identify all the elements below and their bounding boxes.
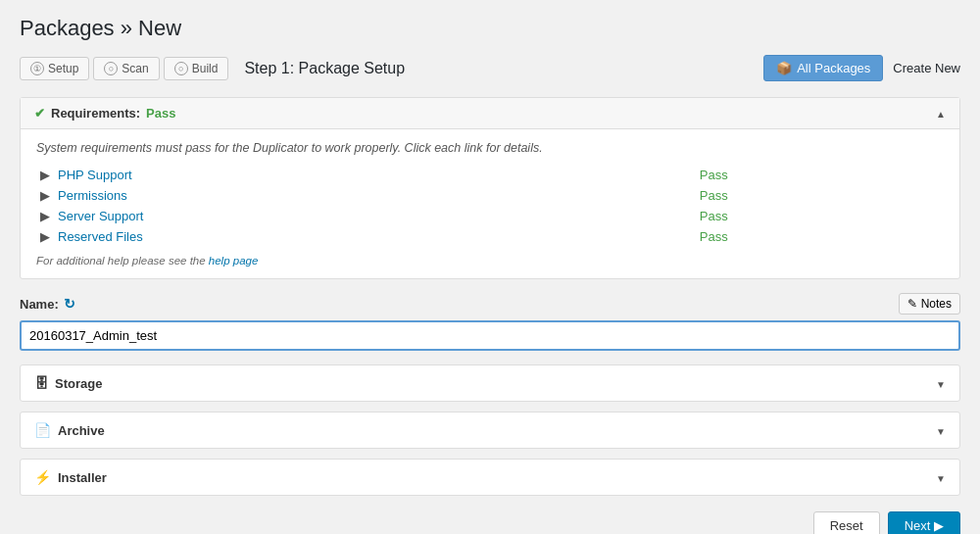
name-label-row: Name: ↻ ✎ Notes xyxy=(20,293,960,315)
step-buttons: ① Setup ○ Scan ○ Build xyxy=(20,57,232,80)
scan-step-label: Scan xyxy=(122,62,148,75)
scan-step-button[interactable]: ○ Scan xyxy=(93,57,159,80)
arrow-icon: ▶ xyxy=(36,206,54,226)
requirements-description: System requirements must pass for the Du… xyxy=(36,141,944,155)
requirements-status: Pass xyxy=(146,106,175,121)
storage-title: 🗄 Storage xyxy=(34,375,102,391)
requirements-table: ▶ PHP Support Pass ▶ Permissions Pass ▶ … xyxy=(36,165,944,247)
top-actions: 📦 All Packages Create New xyxy=(763,55,960,81)
req-item-link[interactable]: Reserved Files xyxy=(54,226,696,247)
create-new-link[interactable]: Create New xyxy=(893,61,960,75)
storage-icon: 🗄 xyxy=(34,375,48,391)
page-title: Packages » New xyxy=(20,16,960,41)
setup-step-icon: ① xyxy=(30,62,44,75)
req-item-status: Pass xyxy=(696,206,944,226)
notes-button[interactable]: ✎ Notes xyxy=(899,293,960,315)
help-note: For additional help please see the help … xyxy=(36,255,944,267)
req-item-status: Pass xyxy=(696,185,944,206)
requirements-row: ▶ Server Support Pass xyxy=(36,206,944,226)
all-packages-button[interactable]: 📦 All Packages xyxy=(763,55,883,81)
top-bar: ① Setup ○ Scan ○ Build Step 1: Package S… xyxy=(20,55,960,81)
arrow-icon: ▶ xyxy=(36,165,54,185)
name-section: Name: ↻ ✎ Notes xyxy=(20,293,960,351)
installer-title: ⚡ Installer xyxy=(34,469,107,485)
requirements-card: ✔ Requirements: Pass System requirements… xyxy=(20,97,960,279)
checkmark-icon: ✔ xyxy=(34,106,45,121)
requirements-row: ▶ Permissions Pass xyxy=(36,185,944,206)
scan-step-icon: ○ xyxy=(104,62,118,75)
req-item-link[interactable]: PHP Support xyxy=(54,165,696,185)
installer-header[interactable]: ⚡ Installer xyxy=(21,460,959,495)
req-item-status: Pass xyxy=(696,165,944,185)
archive-icon: 📄 xyxy=(34,422,51,438)
archive-card: 📄 Archive xyxy=(20,412,960,449)
next-button[interactable]: Next ▶ xyxy=(888,511,960,534)
requirements-row: ▶ PHP Support Pass xyxy=(36,165,944,185)
setup-step-button[interactable]: ① Setup xyxy=(20,57,89,80)
storage-chevron-icon xyxy=(936,376,946,391)
current-step-title: Step 1: Package Setup xyxy=(244,60,405,77)
req-item-status: Pass xyxy=(696,226,944,247)
installer-card: ⚡ Installer xyxy=(20,459,960,496)
installer-chevron-icon xyxy=(936,470,946,485)
req-item-link[interactable]: Permissions xyxy=(54,185,696,206)
packages-icon: 📦 xyxy=(776,61,792,75)
build-step-label: Build xyxy=(192,62,219,75)
chevron-up-icon xyxy=(936,106,946,121)
archive-chevron-icon xyxy=(936,423,946,438)
installer-icon: ⚡ xyxy=(34,469,51,485)
build-step-icon: ○ xyxy=(174,62,188,75)
build-step-button[interactable]: ○ Build xyxy=(164,57,229,80)
package-name-input[interactable] xyxy=(20,320,960,351)
storage-card: 🗄 Storage xyxy=(20,364,960,402)
reset-button[interactable]: Reset xyxy=(813,511,880,534)
setup-step-label: Setup xyxy=(48,62,78,75)
archive-header[interactable]: 📄 Archive xyxy=(21,413,959,448)
all-packages-label: All Packages xyxy=(797,61,870,75)
arrow-icon: ▶ xyxy=(36,185,54,206)
footer-actions: Reset Next ▶ xyxy=(20,511,960,534)
archive-title: 📄 Archive xyxy=(34,422,105,438)
req-item-link[interactable]: Server Support xyxy=(54,206,696,226)
name-label: Name: ↻ xyxy=(20,296,75,312)
help-page-link[interactable]: help page xyxy=(209,255,259,267)
requirements-body: System requirements must pass for the Du… xyxy=(21,129,959,278)
storage-header[interactable]: 🗄 Storage xyxy=(21,365,959,401)
requirements-row: ▶ Reserved Files Pass xyxy=(36,226,944,247)
arrow-icon: ▶ xyxy=(36,226,54,247)
requirements-header[interactable]: ✔ Requirements: Pass xyxy=(21,98,959,129)
refresh-icon[interactable]: ↻ xyxy=(64,296,75,312)
requirements-title: ✔ Requirements: Pass xyxy=(34,106,175,121)
